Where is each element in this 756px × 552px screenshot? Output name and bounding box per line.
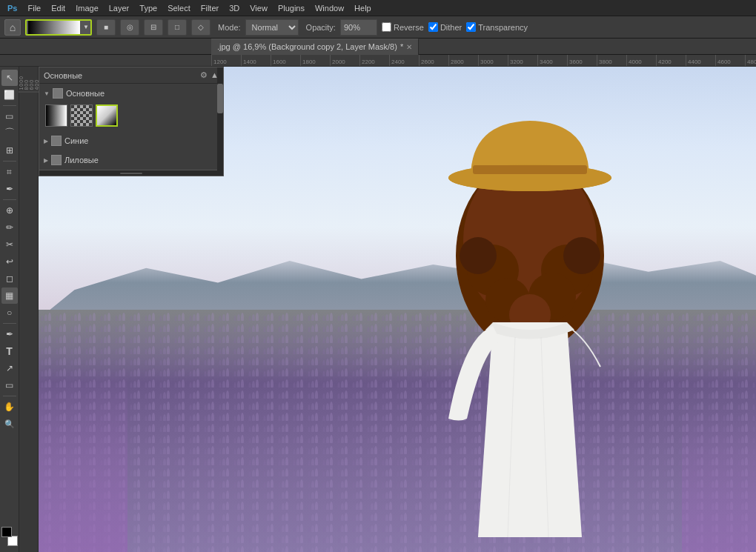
presets-group-osnovnye-header[interactable]: ▼ Основные xyxy=(39,85,223,102)
select-rect-tool[interactable]: ▭ xyxy=(1,108,18,124)
gradient-tool[interactable]: ▦ xyxy=(1,287,18,304)
left-lavender-blur xyxy=(39,367,127,552)
presets-group-lilove: ▶ Лиловые xyxy=(39,150,223,170)
options-bar: ⌂ ▼ ■ ◎ ⊟ □ ◇ Mode: Normal Dissolve Mult… xyxy=(0,16,756,39)
ruler-mark-2800: 2800 xyxy=(448,55,478,66)
group-name-sinie: Синие xyxy=(64,136,88,145)
menu-view[interactable]: View xyxy=(245,2,272,14)
menu-image[interactable]: Image xyxy=(71,2,103,14)
zoom-tool[interactable]: 🔍 xyxy=(1,416,18,432)
menu-window[interactable]: Window xyxy=(311,2,348,14)
ruler-marks: 1200 1400 1600 1800 2000 2200 2400 2600 … xyxy=(211,55,756,66)
ruler-mark-3200: 3200 xyxy=(508,55,537,66)
ruler-mark-3800: 3800 xyxy=(597,55,626,66)
menu-layer[interactable]: Layer xyxy=(105,2,134,14)
ruler-mark-2600: 2600 xyxy=(419,55,448,66)
color-swatches xyxy=(1,527,18,546)
foreground-color-swatch[interactable] xyxy=(1,527,12,537)
ruler-mark-1600: 1600 xyxy=(271,55,300,66)
lasso-tool[interactable]: ⌒ xyxy=(1,125,18,142)
ruler-mark-3400: 3400 xyxy=(537,55,567,66)
presets-scrollbar-thumb[interactable] xyxy=(217,84,223,113)
ruler: 1200 1400 1600 1800 2000 2200 2400 2600 … xyxy=(0,55,756,67)
menu-edit[interactable]: Edit xyxy=(47,2,70,14)
object-select-tool[interactable]: ⊞ xyxy=(1,142,18,159)
svg-point-12 xyxy=(563,237,600,274)
menu-help[interactable]: Help xyxy=(350,2,376,14)
mode-select[interactable]: Normal Dissolve Multiply xyxy=(245,19,299,36)
menu-filter[interactable]: Filter xyxy=(196,2,223,14)
presets-panel: Основные ⚙ ▲ ▼ Основные xyxy=(39,67,224,176)
left-toolbar: ↖ ⬜ ▭ ⌒ ⊞ ⌗ ✒ ⊕ ✏ ✂ ↩ ◻ ▦ ○ ✒ T ↗ ▭ ✋ 🔍 xyxy=(0,67,19,552)
menu-plugins[interactable]: Plugins xyxy=(273,2,309,14)
gradient-picker[interactable]: ▼ xyxy=(25,19,92,36)
artboard-tool[interactable]: ⬜ xyxy=(1,87,18,103)
tab-close-button[interactable]: ✕ xyxy=(406,43,412,51)
dither-group: Dither xyxy=(428,22,462,32)
gradient-radial-btn[interactable]: ◎ xyxy=(120,19,139,36)
tab-modified: * xyxy=(400,42,403,51)
preset-black-white[interactable] xyxy=(45,104,67,127)
path-select-tool[interactable]: ↗ xyxy=(1,360,18,376)
ruler-mark-4000: 4000 xyxy=(626,55,656,66)
person-figure xyxy=(411,107,649,552)
presets-group-sinie-header[interactable]: ▶ Синие xyxy=(39,133,223,149)
svg-rect-15 xyxy=(473,165,587,174)
dither-checkbox[interactable] xyxy=(428,22,438,32)
gradient-linear-btn[interactable]: ■ xyxy=(96,19,116,36)
ruler-mark-1800: 1800 xyxy=(300,55,330,66)
toolbar-separator-5 xyxy=(3,396,16,396)
presets-title: Основные xyxy=(44,71,82,80)
heal-tool[interactable]: ⊕ xyxy=(1,202,18,219)
panel-resize-handle[interactable] xyxy=(39,170,223,176)
toolbar-separator-2 xyxy=(3,161,16,162)
history-brush-tool[interactable]: ↩ xyxy=(1,253,18,270)
ps-logo[interactable]: Ps xyxy=(3,2,21,14)
ruler-mark-2400: 2400 xyxy=(389,55,419,66)
menu-select[interactable]: Select xyxy=(163,2,195,14)
document-tab[interactable]: .jpg @ 16,9% (Background copy 2, Layer M… xyxy=(211,39,419,55)
move-tool[interactable]: ↖ xyxy=(1,70,18,86)
eraser-tool[interactable]: ◻ xyxy=(1,270,18,287)
toolbar-separator-4 xyxy=(3,323,16,324)
eyedropper-tool[interactable]: ✒ xyxy=(1,181,18,197)
pen-tool[interactable]: ✒ xyxy=(1,326,18,342)
dodge-tool[interactable]: ○ xyxy=(1,305,18,321)
brush-tool[interactable]: ✏ xyxy=(1,219,18,236)
transparency-checkbox[interactable] xyxy=(466,22,476,32)
toolbar-separator-3 xyxy=(3,199,16,200)
presets-settings-icon[interactable]: ⚙ xyxy=(200,70,208,80)
gradient-dropdown-arrow: ▼ xyxy=(83,24,89,30)
reverse-checkbox[interactable] xyxy=(382,22,391,32)
presets-group-sinie: ▶ Синие xyxy=(39,131,223,150)
clone-tool[interactable]: ✂ xyxy=(1,236,18,253)
menu-3d[interactable]: 3D xyxy=(225,2,244,14)
ruler-mark-3600: 3600 xyxy=(567,55,597,66)
ruler-mark-4600: 4600 xyxy=(715,55,745,66)
presets-group-lilove-header[interactable]: ▶ Лиловые xyxy=(39,152,223,168)
preset-transparent[interactable] xyxy=(70,104,93,127)
menu-file[interactable]: File xyxy=(23,2,45,14)
hand-tool[interactable]: ✋ xyxy=(1,399,18,415)
gradient-reflected-btn[interactable]: □ xyxy=(168,19,187,36)
text-tool[interactable]: T xyxy=(1,343,18,359)
main-layout: ↖ ⬜ ▭ ⌒ ⊞ ⌗ ✒ ⊕ ✏ ✂ ↩ ◻ ▦ ○ ✒ T ↗ ▭ ✋ 🔍 … xyxy=(0,67,756,552)
side-panel: 400 600 800 1000 Основные ⚙ ▲ ▼ Основные xyxy=(19,67,39,552)
background-color-swatch[interactable] xyxy=(7,536,18,546)
crop-tool[interactable]: ⌗ xyxy=(1,164,18,180)
gradient-diamond-btn[interactable]: ◇ xyxy=(191,19,210,36)
tab-title: .jpg @ 16,9% (Background copy 2, Layer M… xyxy=(217,42,397,51)
gradient-angle-btn[interactable]: ⊟ xyxy=(144,19,163,36)
opacity-input[interactable] xyxy=(340,19,377,36)
group-name-lilove: Лиловые xyxy=(64,156,99,164)
presets-scrollbar[interactable] xyxy=(217,67,223,176)
preset-white-transparent[interactable] xyxy=(96,104,118,127)
menu-type[interactable]: Type xyxy=(135,2,162,14)
group-expand-arrow-lilove: ▶ xyxy=(44,157,48,164)
shape-tool[interactable]: ▭ xyxy=(1,377,18,393)
group-expand-arrow-sinie: ▶ xyxy=(44,138,48,144)
tab-bar: .jpg @ 16,9% (Background copy 2, Layer M… xyxy=(0,39,756,55)
home-button[interactable]: ⌂ xyxy=(4,19,21,36)
ruler-mark-1400: 1400 xyxy=(241,55,271,66)
toolbar-separator-1 xyxy=(3,105,16,106)
